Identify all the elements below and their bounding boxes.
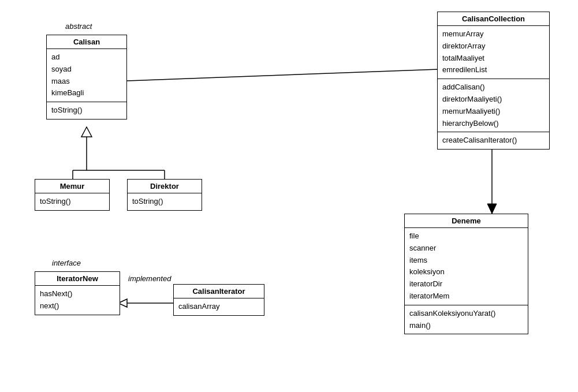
calisan-collection-class: CalisanCollection memurArray direktorArr… [437,12,550,150]
calisan-collection-methods: addCalisan() direktorMaaliyeti() memurMa… [438,79,549,132]
deneme-header: Deneme [405,214,528,228]
attr-kimeBagli: kimeBagli [51,87,122,99]
method-next: next() [40,300,115,312]
calisan-methods: toString() [47,102,126,119]
attr-totalMaaliyet: totalMaaliyet [442,53,545,65]
svg-marker-7 [487,204,497,214]
calisan-collection-attributes: memurArray direktorArray totalMaaliyet e… [438,26,549,79]
direktor-method-toString: toString() [132,196,197,208]
calisan-iterator-class: CalisanIterator calisanArray [173,284,264,316]
method-toString: toString() [51,104,122,117]
attr-direktorArray: direktorArray [442,40,545,53]
method-hasNext: hasNext() [40,288,115,300]
deneme-methods: calisanKoleksiyonuYarat() main() [405,305,528,334]
method-main: main() [409,320,523,332]
calisan-iterator-header: CalisanIterator [174,285,264,298]
calisan-iterator-attributes: calisanArray [174,298,264,315]
calisan-class: Calisan ad soyad maas kimeBagli toString… [46,35,127,120]
attr-iteratorDir: iteratorDir [409,278,523,290]
abstract-label: abstract [65,22,92,31]
method-direktorMaaliyeti: direktorMaaliyeti() [442,94,545,106]
attr-memurArray: memurArray [442,28,545,40]
memur-method-toString: toString() [40,196,105,208]
memur-header: Memur [35,180,109,193]
calisan-header: Calisan [47,35,126,49]
attr-maas: maas [51,76,122,88]
iterator-new-methods: hasNext() next() [35,286,120,315]
attr-calisanArray: calisanArray [178,301,259,313]
svg-line-0 [127,69,439,81]
memur-class: Memur toString() [35,179,110,211]
direktor-class: Direktor toString() [127,179,202,211]
direktor-header: Direktor [128,180,202,193]
deneme-attributes: file scanner items koleksiyon iteratorDi… [405,228,528,305]
iterator-new-header: IteratorNew [35,272,120,286]
method-memurMaaliyeti: memurMaaliyeti() [442,106,545,118]
attr-ad: ad [51,51,122,64]
attr-iteratorMem: iteratorMem [409,290,523,303]
uml-diagram: abstract Calisan ad soyad maas kimeBagli… [0,0,578,392]
iterator-new-class: IteratorNew hasNext() next() [35,271,120,315]
method-calisanKoleksiyonuYarat: calisanKoleksiyonuYarat() [409,308,523,320]
method-hierarchyBelow: hierarchyBelow() [442,118,545,130]
attr-file: file [409,230,523,242]
memur-methods: toString() [35,193,109,210]
calisan-collection-header: CalisanCollection [438,12,549,26]
method-addCalisan: addCalisan() [442,81,545,94]
deneme-class: Deneme file scanner items koleksiyon ite… [404,214,528,334]
attr-items: items [409,255,523,267]
calisan-collection-iterator-method: createCalisanIterator() [438,132,549,149]
implemented-label: implemented [128,274,171,283]
attr-emredilenList: emredilenList [442,64,545,76]
interface-label: interface [52,259,81,267]
calisan-attributes: ad soyad maas kimeBagli [47,49,126,102]
attr-soyad: soyad [51,64,122,76]
attr-scanner: scanner [409,242,523,255]
attr-koleksiyon: koleksiyon [409,266,523,278]
direktor-methods: toString() [128,193,202,210]
method-createCalisanIterator: createCalisanIterator() [442,135,545,147]
svg-marker-5 [81,127,92,137]
